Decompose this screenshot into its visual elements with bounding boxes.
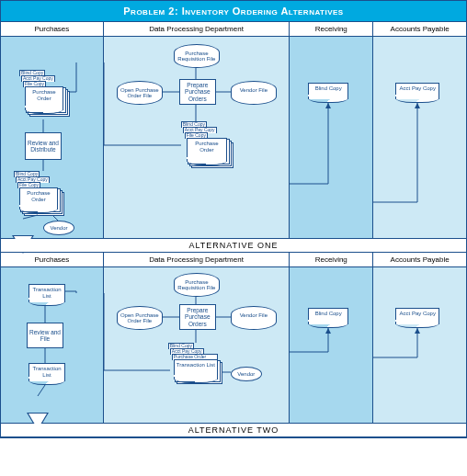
doc-po2: Purchase Order [19, 187, 58, 210]
alt1-row: Blind Copy Acct Pay Copy File Copy Purch… [1, 37, 466, 239]
svg-marker-14 [325, 328, 331, 334]
cyl-prf-2: Purchase Requisition File [174, 273, 220, 297]
lane-hdr-receiving-2: Receiving [290, 253, 373, 267]
prepare-po-2: Prepare Purchase Orders [179, 304, 216, 330]
lane-hdr-purchases: Purchases [1, 22, 103, 37]
lane-hdr-dp-2: Data Processing Department [103, 253, 289, 267]
doc-tl2: Transaction List [28, 363, 65, 381]
svg-marker-15 [415, 328, 420, 334]
cyl-vf-2: Vendor File [231, 306, 277, 330]
doc-apc-2: Acct Pay Copy [395, 308, 439, 324]
alt1-label-row: ALTERNATIVE ONE [1, 239, 466, 253]
svg-marker-4 [325, 103, 331, 108]
lane-hdr-dp: Data Processing Department [103, 22, 289, 37]
alt2-purchases: Transaction List Review and File Transac… [1, 267, 103, 424]
alt1-receiving: Blind Copy [290, 37, 373, 239]
cyl-opo: Open Purchase Order File [117, 81, 163, 105]
lane-hdr-ap: Accounts Payable [373, 22, 466, 37]
alt2-ap: Acct Pay Copy [373, 267, 466, 424]
review-distribute: Review and Distribute [25, 132, 62, 160]
lane-hdr-receiving: Receiving [290, 22, 373, 37]
diagram-title: Problem 2: Inventory Ordering Alternativ… [1, 1, 466, 21]
review-file: Review and File [27, 323, 63, 348]
doc-po-out: Purchase Order [187, 138, 227, 162]
lane-header-row-2: Purchases Data Processing Department Rec… [1, 253, 466, 267]
doc-acctpay: Acct Pay Copy [395, 83, 439, 99]
alt2-label-row: ALTERNATIVE TWO [1, 424, 466, 437]
lane-hdr-purchases-2: Purchases [1, 253, 103, 267]
svg-line-8 [38, 385, 45, 396]
doc-blindcopy: Blind Copy [308, 83, 348, 99]
svg-marker-5 [415, 103, 420, 108]
alt1-label: ALTERNATIVE ONE [1, 239, 466, 253]
doc-tl-out: Transaction List [174, 359, 218, 380]
alt1-ap: Acct Pay Copy [373, 37, 466, 239]
doc-po: Purchase Order [25, 86, 63, 110]
cyl-vf: Vendor File [231, 81, 277, 105]
alt2-row: Transaction List Review and File Transac… [1, 267, 466, 424]
prepare-po: Prepare Purchase Orders [179, 79, 216, 105]
lane-header-row: Purchases Data Processing Department Rec… [1, 22, 466, 37]
vendor-ell-2: Vendor [231, 367, 262, 381]
vendor-ell: Vendor [43, 221, 74, 235]
doc-tl1: Transaction List [28, 284, 65, 302]
doc-bc-2: Blind Copy [308, 308, 348, 324]
lane-hdr-ap-2: Accounts Payable [373, 253, 466, 267]
cyl-prf: Purchase Requisition File [174, 44, 220, 68]
cyl-opo-2: Open Purchase Order File [117, 306, 163, 330]
alt2-label: ALTERNATIVE TWO [1, 424, 466, 437]
alt1-dp: Purchase Requisition File Open Purchase … [103, 37, 289, 239]
flowchart-container: Problem 2: Inventory Ordering Alternativ… [0, 0, 467, 438]
flow-table: Purchases Data Processing Department Rec… [1, 21, 466, 437]
alt2-dp: Purchase Requisition File Open Purchase … [103, 267, 289, 424]
alt1-purchases: Blind Copy Acct Pay Copy File Copy Purch… [1, 37, 103, 239]
alt2-receiving: Blind Copy [290, 267, 373, 424]
